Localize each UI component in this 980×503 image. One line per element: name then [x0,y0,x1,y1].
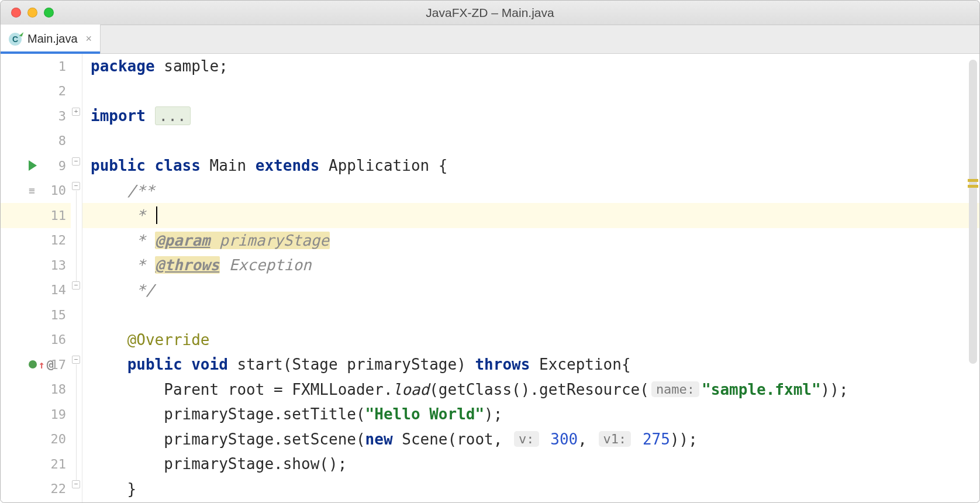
code-line[interactable] [82,302,979,328]
code-line[interactable]: Parent root = FXMLLoader.load(getClass()… [82,377,979,402]
warning-marker[interactable] [968,179,978,182]
window-controls [11,8,54,18]
editor-area: 1 2 3 8 9 10≡ 11 12 13 14 15 16 17↑@ 18 … [1,54,979,502]
fold-collapse-icon[interactable] [72,182,80,190]
fold-collapse-icon[interactable] [72,480,80,488]
override-marker-icon[interactable] [29,360,37,368]
fold-guide [76,191,77,281]
code-line[interactable]: } [82,477,979,502]
gutter-line[interactable]: 9 [1,153,71,178]
gutter-line[interactable]: 16 [1,328,71,353]
error-stripe[interactable] [968,54,978,502]
gutter-line[interactable]: 1 [1,54,71,79]
warning-marker[interactable] [968,185,978,188]
titlebar[interactable]: JavaFX-ZD – Main.java [1,1,979,25]
close-window-button[interactable] [11,8,21,18]
param-hint: name: [651,381,699,397]
tab-label: Main.java [27,32,78,46]
minimize-window-button[interactable] [27,8,37,18]
code-line[interactable]: * @param primaryStage [82,228,979,253]
fold-column[interactable] [71,54,82,502]
gutter-line[interactable]: 10≡ [1,178,71,204]
fold-collapse-icon[interactable] [72,157,80,166]
fold-collapse-icon[interactable] [72,281,80,290]
code-line[interactable]: public void start(Stage primaryStage) th… [82,352,979,377]
code-line[interactable]: /** [82,178,979,204]
gutter-line[interactable]: 8 [1,129,71,154]
code-line[interactable]: import ... [82,104,979,129]
maximize-window-button[interactable] [44,8,54,18]
outline-gutter-icon[interactable]: ≡ [29,184,35,197]
text-caret [156,206,157,224]
gutter-line[interactable]: 14 [1,278,71,303]
editor-tab-bar[interactable]: C Main.java × [1,25,979,54]
gutter-line[interactable]: 12 [1,228,71,253]
fold-collapse-icon[interactable] [72,356,80,364]
gutter-line[interactable]: 11 [1,203,71,228]
line-number-gutter[interactable]: 1 2 3 8 9 10≡ 11 12 13 14 15 16 17↑@ 18 … [1,54,71,502]
gutter-line[interactable]: 15 [1,302,71,328]
code-line[interactable]: public class Main extends Application { [82,153,979,178]
code-line[interactable]: primaryStage.setScene(new Scene(root, v:… [82,427,979,452]
gutter-line[interactable]: 21 [1,452,71,477]
gutter-line[interactable]: 13 [1,253,71,278]
param-hint: v: [514,431,539,447]
ide-window: JavaFX-ZD – Main.java C Main.java × 1 2 … [0,0,980,503]
gutter-line[interactable]: 22 [1,477,71,502]
gutter-line[interactable]: 2 [1,79,71,104]
code-line[interactable]: primaryStage.setTitle("Hello World"); [82,402,979,427]
code-line[interactable]: primaryStage.show(); [82,452,979,477]
editor-tab[interactable]: C Main.java × [1,25,101,53]
java-class-icon: C [9,33,22,46]
code-line[interactable]: */ [82,278,979,303]
code-line-current[interactable]: * [82,203,979,228]
gutter-line[interactable]: 19 [1,402,71,427]
window-title: JavaFX-ZD – Main.java [426,6,554,20]
code-editor[interactable]: package sample; import ... public class … [82,54,979,502]
code-line[interactable]: @Override [82,328,979,353]
code-line[interactable]: package sample; [82,54,979,79]
fold-expand-icon[interactable] [72,108,80,116]
fold-guide [76,364,77,481]
close-tab-icon[interactable]: × [86,33,92,45]
code-line[interactable] [82,79,979,104]
gutter-line[interactable]: 3 [1,104,71,129]
annotation-gutter-icon[interactable]: @ [47,357,54,371]
gutter-line[interactable]: 20 [1,427,71,452]
param-hint: v1: [599,431,632,447]
folded-region[interactable]: ... [155,106,191,125]
gutter-line[interactable]: 17↑@ [1,352,71,377]
code-line[interactable] [82,129,979,154]
run-gutter-icon[interactable] [29,160,37,171]
code-line[interactable]: * @throws Exception [82,253,979,278]
override-up-icon[interactable]: ↑ [39,359,45,371]
gutter-line[interactable]: 18 [1,377,71,402]
